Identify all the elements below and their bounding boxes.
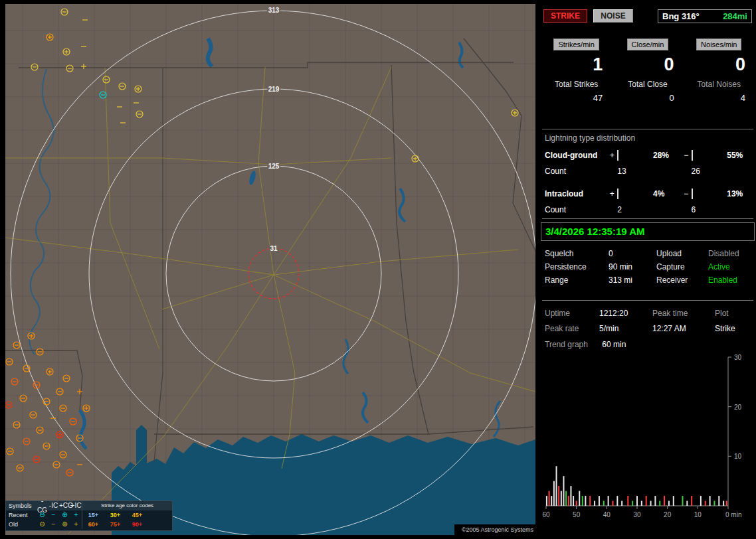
cg-pos-recent-icon: ⊕ <box>59 510 70 520</box>
strikes-per-min-value: 1 <box>541 54 612 74</box>
strike-button[interactable]: STRIKE <box>543 9 587 23</box>
trend-bar <box>579 491 580 506</box>
separator <box>542 129 753 129</box>
plus-sign: + <box>607 189 617 198</box>
settings-grid: Squelch 0 Upload Disabled Persistence 90… <box>545 247 755 287</box>
trend-bar <box>654 496 656 506</box>
trend-x-tick-label: 60 <box>542 511 550 518</box>
capture-label: Capture <box>656 262 708 271</box>
plot-label: Plot <box>715 309 752 318</box>
separator <box>542 300 753 301</box>
legend-col-ic-neg: -IC <box>48 501 59 510</box>
upload-status: Disabled <box>708 249 756 258</box>
ic-neg-recent-icon: − <box>48 510 59 520</box>
close-per-min-value: 0 <box>612 54 683 74</box>
minus-sign: − <box>681 189 692 198</box>
trend-bar <box>718 496 719 506</box>
trend-x-tick-label: 10 <box>694 511 702 518</box>
trend-bar <box>563 476 564 506</box>
persistence-label: Persistence <box>545 262 609 271</box>
copyright-notice: ©2005 Astrogenic Systems <box>454 524 541 535</box>
ring-label-125: 125 <box>268 163 280 170</box>
peak-rate-value: 5/min <box>599 324 652 333</box>
ic-positive-bar <box>617 189 618 199</box>
age-code: 75+ <box>104 520 126 529</box>
age-code: 60+ <box>82 520 104 529</box>
lightning-distribution: Cloud-ground + 28% − 55% Count 13 26 Int… <box>545 147 755 218</box>
trend-bar <box>616 496 618 506</box>
legend-age-header: Strike age color codes <box>82 501 172 510</box>
map-area: 313 219 125 31 Symbols -CG -IC +CG +IC S… <box>5 4 535 535</box>
ic-neg-old-icon: − <box>48 520 59 529</box>
legend-col-ic-pos: +IC <box>70 501 82 510</box>
legend-col-cg-pos: +CG <box>59 501 70 510</box>
trend-bar <box>627 496 628 506</box>
age-code: 15+ <box>82 510 104 520</box>
trend-bar <box>723 501 724 506</box>
minus-sign: − <box>681 151 692 160</box>
trend-bar <box>608 496 609 506</box>
trend-bar <box>686 501 688 506</box>
noise-button[interactable]: NOISE <box>593 9 632 23</box>
trend-x-tick-label: 20 <box>664 511 672 518</box>
total-close-value: 0 <box>612 93 683 103</box>
receiver-label: Receiver <box>656 275 708 285</box>
ring-label-313: 313 <box>268 7 280 14</box>
close-per-min-header[interactable]: Close/min <box>627 38 669 50</box>
ic-negative-count: 6 <box>692 205 726 214</box>
legend-symbols-header: Symbols <box>6 501 37 510</box>
trend-bar <box>582 496 583 506</box>
plus-sign: + <box>607 151 617 160</box>
trend-bar <box>668 501 670 506</box>
peak-time-label: Peak time <box>652 309 715 318</box>
capture-status: Active <box>708 262 756 271</box>
close-column: Close/min 0 Total Close 0 <box>612 38 683 103</box>
trend-bar <box>709 496 711 506</box>
uptime-label: Uptime <box>545 309 599 318</box>
datetime-display: 3/4/2026 12:35:19 AM <box>541 222 755 241</box>
trend-x-labels: 6050403020100 min <box>542 511 741 518</box>
total-close-label: Total Close <box>612 80 683 89</box>
legend-recent-label: Recent <box>6 510 37 520</box>
uptime-value: 1212:20 <box>599 309 652 318</box>
cg-negative-percent: 55% <box>725 151 755 160</box>
cg-positive-bar <box>617 150 618 161</box>
total-noises-label: Total Noises <box>684 80 755 89</box>
trend-bar <box>558 486 559 506</box>
legend-old-label: Old <box>6 520 37 529</box>
trend-bar <box>551 496 552 506</box>
trend-bar <box>673 496 674 506</box>
trend-bar <box>682 496 684 506</box>
squelch-label: Squelch <box>545 249 609 258</box>
strikes-per-min-header[interactable]: Strikes/min <box>553 38 599 50</box>
cg-pos-old-icon: ⊕ <box>59 520 70 529</box>
noises-per-min-value: 0 <box>684 54 755 74</box>
trend-bar <box>570 486 571 506</box>
trend-bar <box>646 496 647 506</box>
trend-x-tick-label: 40 <box>603 511 611 518</box>
trend-graph[interactable]: 6050403020100 min 102030 <box>541 354 752 522</box>
range-label: Range <box>545 275 609 285</box>
cloud-ground-label: Cloud-ground <box>545 151 607 160</box>
trend-x-tick-label: 0 min <box>725 511 741 518</box>
trend-bar <box>589 496 591 506</box>
noises-per-min-header[interactable]: Noises/min <box>696 38 741 50</box>
app-window: 313 219 125 31 Symbols -CG -IC +CG +IC S… <box>0 0 756 539</box>
trend-bar <box>636 496 638 506</box>
range-value: 313 mi <box>609 275 656 285</box>
trend-bar <box>621 501 622 506</box>
cg-neg-old-icon: ⊖ <box>37 520 48 529</box>
trend-bar <box>691 496 692 506</box>
trend-bars <box>546 466 727 506</box>
alert-toolbar: STRIKE NOISE Bng 316° 284mi <box>543 9 752 25</box>
noises-column: Noises/min 0 Total Noises 4 <box>684 38 755 103</box>
trend-bar <box>705 501 706 506</box>
ring-label-219: 219 <box>268 86 280 93</box>
cg-neg-recent-icon: ⊖ <box>37 510 48 520</box>
bearing-label: Bng 316° <box>662 11 700 21</box>
trend-bar <box>556 466 557 506</box>
ic-pos-old-icon: + <box>70 520 82 529</box>
lightning-map[interactable]: 313 219 125 31 <box>5 4 535 535</box>
trend-bar <box>726 501 727 506</box>
ring-label-31: 31 <box>270 245 278 252</box>
